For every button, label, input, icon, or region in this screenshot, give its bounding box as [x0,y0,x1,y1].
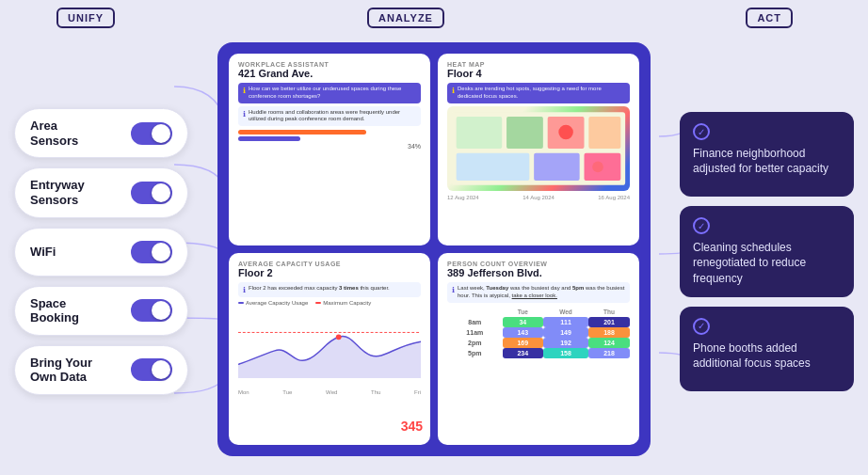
legend-dot-max [315,302,321,304]
progress-bar-blue [238,136,300,141]
toggle-wifi-switch[interactable] [131,241,172,263]
table-row: 5pm 234 158 218 [447,348,630,358]
capacity-alert: ℹ Floor 2 has exceeded max capacity 3 ti… [238,282,421,297]
check-icon-finance [693,123,710,140]
toggle-byod-switch[interactable] [131,358,172,381]
svg-rect-4 [588,117,620,149]
heatmap-date-2: 14 Aug 2024 [522,195,555,200]
toggle-entryway-sensors-switch[interactable] [131,182,172,204]
table-row: 2pm 169 192 124 [447,338,630,348]
toggle-entryway-sensors[interactable]: EntrywaySensors [14,167,188,217]
col-header-thu: Thu [588,307,630,317]
action-cleaning-text: Cleaning schedules renegotiated to reduc… [693,240,841,286]
toggle-space-booking-switch[interactable] [131,299,172,322]
actions-column: Finance neighborhood adjusted for better… [680,112,854,391]
progress-bar-orange [238,130,366,135]
toggle-byod-knob [152,360,170,379]
capacity-chart-labels: Mon Tue Wed Thu Fri [238,389,421,395]
heatmap-date-1: 12 Aug 2024 [447,195,479,200]
toggle-area-sensors[interactable]: AreaSensors [14,108,188,158]
check-icon-phone [693,318,710,335]
svg-rect-1 [457,117,503,149]
toggle-space-booking-label: SpaceBooking [30,296,79,325]
dashboard: WORKPLACE ASSISTANT 421 Grand Ave. ℹ How… [217,42,651,456]
assistant-card: WORKPLACE ASSISTANT 421 Grand Ave. ℹ How… [229,54,430,245]
heatmap-date-3: 16 Aug 2024 [598,195,630,200]
action-card-finance: Finance neighborhood adjusted for better… [680,112,854,197]
action-finance-text: Finance neighborhood adjusted for better… [693,146,841,176]
toggle-byod-label: Bring YourOwn Data [30,356,92,385]
toggle-space-booking[interactable]: SpaceBooking [14,286,188,336]
person-count-alert-icon: ℹ [452,286,455,294]
person-count-title: 389 Jefferson Blvd. [447,267,630,278]
table-row: 11am 143 149 188 [447,327,630,338]
action-card-cleaning: Cleaning schedules renegotiated to reduc… [680,206,854,297]
toggle-area-sensors-label: AreaSensors [30,119,78,148]
assistant-subtitle: WORKPLACE ASSISTANT [238,61,421,68]
heatmap-subtitle: HEAT MAP [447,61,630,68]
assistant-icon-2: ℹ [243,110,246,119]
assistant-message-2: ℹ Huddle rooms and collaboration areas w… [238,106,421,127]
toggle-wifi[interactable]: WiFi [14,228,188,277]
capacity-peak-value: 345 [401,419,423,434]
legend-dot-avg [238,302,244,304]
toggle-area-sensors-switch[interactable] [131,122,172,145]
toggle-space-booking-knob [152,301,170,320]
svg-point-9 [592,161,603,172]
person-count-subtitle: PERSON COUNT OVERVIEW [447,261,630,267]
heatmap-card: HEAT MAP Floor 4 ℹ Desks are trending ho… [438,54,639,245]
capacity-title: Floor 2 [238,267,421,278]
label-unify: UNIFY [56,8,115,28]
toggle-wifi-knob [152,243,170,261]
label-analyze: ANALYZE [367,8,444,28]
person-count-table: Tue Wed Thu 8am 34 111 201 11am 143 [447,307,630,358]
capacity-alert-icon: ℹ [243,286,246,294]
main-container: UNIFY ANALYZE ACT AreaSensors EntrywaySe… [0,0,868,475]
col-header-time [447,307,503,317]
heatmap-alert-icon: ℹ [452,87,455,95]
toggle-area-sensors-knob [152,124,170,143]
heatmap-image [447,106,630,191]
person-count-card: PERSON COUNT OVERVIEW 389 Jefferson Blvd… [438,253,639,445]
person-count-alert: ℹ Last week, Tuesday was the busiest day… [447,282,630,303]
col-header-wed: Wed [543,307,588,317]
col-header-tue: Tue [503,307,543,317]
toggle-entryway-sensors-label: EntrywaySensors [30,178,85,207]
legend-avg: Average Capacity Usage [238,300,308,306]
capacity-legend: Average Capacity Usage Maximum Capacity [238,300,421,306]
table-row: 8am 34 111 201 [447,317,630,327]
assistant-icon-1: ℹ [243,87,246,95]
toggles-column: AreaSensors EntrywaySensors WiFi SpaceBo… [14,108,188,395]
toggle-wifi-label: WiFi [30,245,56,260]
toggle-entryway-sensors-knob [152,183,170,202]
heatmap-svg [447,106,630,191]
progress-bars: 34% [238,130,421,150]
assistant-message-1: ℹ How can we better utilize our underuse… [238,83,421,103]
legend-max: Maximum Capacity [315,300,371,306]
svg-rect-2 [506,117,543,149]
heatmap-title: Floor 4 [447,68,630,79]
svg-point-11 [336,334,342,340]
svg-rect-5 [457,152,530,180]
action-card-phone: Phone booths added additional focus spac… [680,307,854,391]
heatmap-alert: ℹ Desks are trending hot spots, suggesti… [447,83,630,103]
action-phone-text: Phone booths added additional focus spac… [693,340,841,371]
heatmap-dates: 12 Aug 2024 14 Aug 2024 16 Aug 2024 [447,195,630,200]
capacity-chart [238,309,421,384]
svg-point-8 [558,124,573,139]
toggle-byod[interactable]: Bring YourOwn Data [14,345,188,395]
check-icon-cleaning [693,217,710,234]
label-act: ACT [746,8,793,28]
assistant-title: 421 Grand Ave. [238,68,421,79]
svg-rect-6 [534,152,580,180]
progress-pct: 34% [238,143,421,150]
capacity-card: AVERAGE CAPACITY USAGE Floor 2 ℹ Floor 2… [229,253,430,445]
capacity-subtitle: AVERAGE CAPACITY USAGE [238,261,421,267]
